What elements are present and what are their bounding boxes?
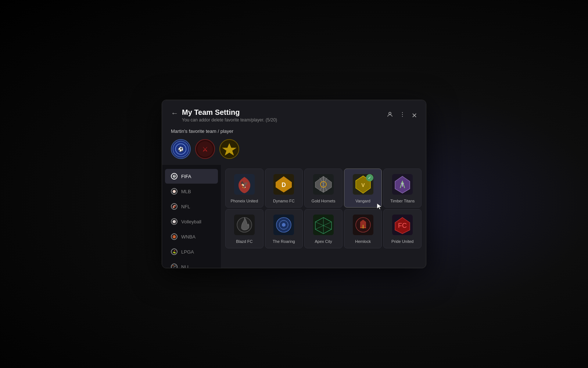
team-name-apex-city: Apex City xyxy=(315,239,332,244)
team-logo-blazd-fc xyxy=(233,214,255,236)
title-block: My Team Setting You can addor delete fav… xyxy=(182,108,277,123)
team-card-hemlock[interactable]: Hemlock xyxy=(344,209,382,248)
nfl-icon: 🏈 xyxy=(171,203,178,210)
team-logo-pride-united: FC xyxy=(391,214,413,236)
sidebar-item-wnba[interactable]: 🏀 WNBA xyxy=(165,229,218,244)
team-check-vangard: ✓ xyxy=(366,174,373,181)
sidebar-label-nfl: NFL xyxy=(181,204,190,209)
team-card-blazd-fc[interactable]: Blazd FC xyxy=(225,209,263,248)
dialog-body: ⚽ FIFA ⚾ MLB 🏈 NFL 🏐 Volleyball 🏀 WNBA ⛳ xyxy=(162,165,426,268)
team-logo-dynamo-fc: D xyxy=(273,173,295,195)
section-label: Martin's favorite team / player xyxy=(162,125,426,138)
wnba-icon: 🏀 xyxy=(171,233,178,240)
team-name-blazd-fc: Blazd FC xyxy=(236,239,252,244)
dialog-subtitle: You can addor delete favorite team/playe… xyxy=(182,117,277,123)
team-name-timber-titans: Timber Titans xyxy=(390,198,415,204)
svg-point-0 xyxy=(389,112,391,114)
team-logo-phoneix-united: 🦅 xyxy=(233,173,255,195)
teams-grid: 🦅 Phoneix United D Dynamo FC xyxy=(221,165,426,268)
team-card-phoneix-united[interactable]: 🦅 Phoneix United xyxy=(225,169,263,208)
team-card-vangard[interactable]: V ✓ Vangard xyxy=(344,169,382,208)
sidebar-item-nll[interactable]: 🥍 NLL xyxy=(165,259,218,268)
svg-text:V: V xyxy=(361,182,365,188)
account-icon[interactable] xyxy=(387,111,393,120)
team-name-vangard: Vangard xyxy=(355,198,370,204)
team-logo-timber-titans: T xyxy=(391,173,413,195)
sidebar-item-volleyball[interactable]: 🏐 Volleyball xyxy=(165,214,218,229)
svg-text:⚽: ⚽ xyxy=(178,146,184,152)
svg-text:D: D xyxy=(282,182,286,188)
mlb-icon: ⚾ xyxy=(171,188,178,195)
team-logo-hemlock xyxy=(352,214,374,236)
sidebar-item-nfl[interactable]: 🏈 NFL xyxy=(165,199,218,214)
svg-point-1 xyxy=(402,112,403,113)
sidebar-label-nll: NLL xyxy=(181,264,190,269)
svg-text:⚔: ⚔ xyxy=(202,146,208,153)
favorite-avatars: ⚽ ⚔ xyxy=(162,138,426,165)
dialog-title: My Team Setting xyxy=(182,108,277,117)
team-name-the-roaring: The Roaring xyxy=(273,239,295,244)
svg-text:FC: FC xyxy=(398,222,407,229)
sidebar-label-wnba: WNBA xyxy=(181,234,196,240)
team-card-the-roaring[interactable]: The Roaring xyxy=(265,209,303,248)
sidebar-label-volleyball: Volleyball xyxy=(181,219,201,224)
svg-point-3 xyxy=(402,116,403,117)
team-name-dynamo-fc: Dynamo FC xyxy=(273,198,295,204)
svg-text:🦅: 🦅 xyxy=(240,181,249,189)
team-logo-vangard: V ✓ xyxy=(352,173,374,195)
sidebar-item-mlb[interactable]: ⚾ MLB xyxy=(165,184,218,199)
team-card-apex-city[interactable]: Apex City xyxy=(304,209,343,248)
sport-sidebar: ⚽ FIFA ⚾ MLB 🏈 NFL 🏐 Volleyball 🏀 WNBA ⛳ xyxy=(162,165,221,268)
favorite-avatar-1[interactable]: ⚽ xyxy=(171,139,191,159)
sidebar-label-fifa: FIFA xyxy=(181,174,191,179)
my-team-setting-dialog: ← My Team Setting You can addor delete f… xyxy=(162,100,426,268)
favorite-avatar-3[interactable] xyxy=(219,139,239,159)
header-actions: ✕ xyxy=(387,111,417,120)
header-left: ← My Team Setting You can addor delete f… xyxy=(171,108,277,123)
favorite-avatar-2[interactable]: ⚔ xyxy=(195,139,215,159)
dialog-header: ← My Team Setting You can addor delete f… xyxy=(162,100,426,125)
more-options-icon[interactable] xyxy=(399,111,406,120)
team-name-gold-hornets: Gold Hornets xyxy=(312,198,336,204)
sidebar-item-fifa[interactable]: ⚽ FIFA xyxy=(165,169,218,184)
sidebar-item-lpga[interactable]: ⛳ LPGA xyxy=(165,244,218,259)
team-logo-the-roaring xyxy=(273,214,295,236)
volleyball-icon: 🏐 xyxy=(171,218,178,225)
sidebar-label-mlb: MLB xyxy=(181,189,191,194)
team-logo-gold-hornets xyxy=(312,173,334,195)
team-logo-apex-city xyxy=(312,214,334,236)
svg-point-29 xyxy=(282,223,286,227)
team-name-phoneix-united: Phoneix United xyxy=(230,198,258,204)
team-name-pride-united: Pride United xyxy=(391,239,414,244)
team-card-pride-united[interactable]: FC Pride United xyxy=(383,209,422,248)
close-button[interactable]: ✕ xyxy=(412,112,417,120)
fifa-icon: ⚽ xyxy=(171,173,178,180)
team-card-gold-hornets[interactable]: Gold Hornets xyxy=(304,169,343,208)
sidebar-label-lpga: LPGA xyxy=(181,249,194,255)
team-card-dynamo-fc[interactable]: D Dynamo FC xyxy=(265,169,303,208)
back-button[interactable]: ← xyxy=(171,109,178,117)
team-name-hemlock: Hemlock xyxy=(355,239,371,244)
svg-point-2 xyxy=(402,114,403,115)
lpga-icon: ⛳ xyxy=(171,248,178,255)
team-card-timber-titans[interactable]: T Timber Titans xyxy=(383,169,422,208)
nll-icon: 🥍 xyxy=(171,263,178,268)
